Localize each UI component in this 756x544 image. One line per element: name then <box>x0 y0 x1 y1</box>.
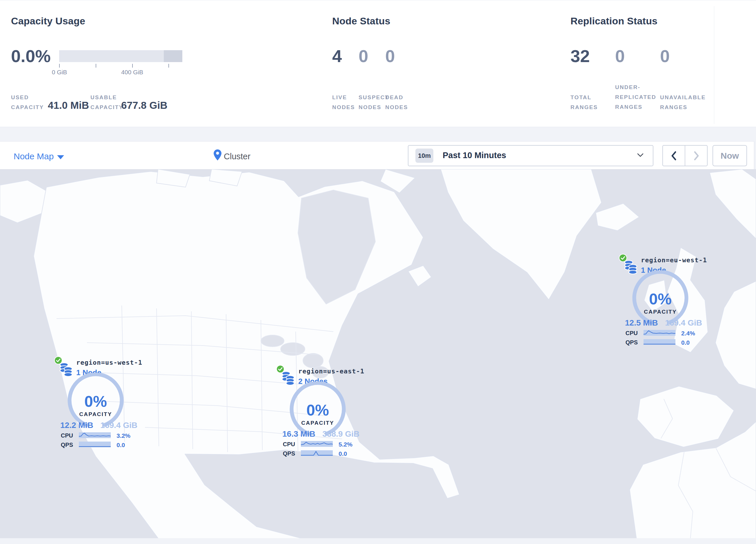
capacity-label: CAPACITY <box>67 411 125 418</box>
total-ranges-count: 32 <box>570 46 590 66</box>
used-capacity: 16.3 MiB <box>282 429 315 439</box>
map-toolbar: Node Map Cluster 10m Past 10 Minutes <box>0 141 754 169</box>
dead-nodes-count: 0 <box>385 46 395 66</box>
node-map-page: Capacity Usage 0.0% 0 GiB 400 GiB USED C… <box>0 0 756 544</box>
capacity-usage-percent: 0.0% <box>11 46 51 66</box>
usable-capacity-value: 677.8 GiB <box>121 99 168 111</box>
world-map[interactable] <box>0 169 756 538</box>
qps-row: QPS 0.0 <box>52 442 139 448</box>
cpu-row: CPU 3.2% <box>52 432 139 439</box>
qps-sparkline <box>79 442 111 447</box>
qps-label: QPS <box>274 450 295 457</box>
breadcrumb-cluster[interactable]: Cluster <box>224 152 250 161</box>
cpu-sparkline <box>79 432 111 438</box>
capacity-label: CAPACITY <box>631 309 689 315</box>
cpu-value: 2.4% <box>681 330 695 337</box>
live-nodes-label: LIVE NODES <box>332 92 360 112</box>
capacity-label: CAPACITY <box>289 420 347 426</box>
time-window-label: Past 10 Minutes <box>443 150 506 160</box>
qps-label: QPS <box>617 339 638 346</box>
axis-tick <box>132 64 133 68</box>
axis-tick <box>168 64 169 68</box>
time-range-selector[interactable]: 10m Past 10 Minutes <box>408 145 653 166</box>
capacity-percent: 0% <box>631 290 689 308</box>
cpu-row: CPU 5.2% <box>274 441 361 447</box>
region-marker-us-west-1[interactable]: region=us-west-1 1 Node 0% CAPACITY 12.2… <box>52 354 188 454</box>
region-marker-eu-west-1[interactable]: region=eu-west-1 1 Node 0% CAPACITY 12.5… <box>617 251 753 352</box>
capacity-usage-title: Capacity Usage <box>11 15 85 27</box>
summary-divider <box>714 6 714 124</box>
under-replicated-count: 0 <box>615 46 625 66</box>
used-capacity-value: 41.0 MiB <box>48 99 89 111</box>
cpu-label: CPU <box>617 330 638 337</box>
usable-capacity: 169.4 GiB <box>100 421 137 430</box>
capacity-usage-bar-reserved <box>164 50 182 62</box>
region-name: region=eu-west-1 <box>641 256 707 264</box>
total-ranges-label: TOTAL RANGES <box>570 92 604 112</box>
region-name: region=us-west-1 <box>76 359 142 366</box>
prev-time-button[interactable] <box>663 146 685 166</box>
qps-sparkline <box>644 339 675 345</box>
map-landmass-svg <box>0 169 756 538</box>
time-pager <box>662 145 708 166</box>
capacity-percent: 0% <box>67 392 125 410</box>
usable-capacity: 338.9 GiB <box>322 429 359 439</box>
unavailable-ranges-label: UNAVAILABLE RANGES <box>660 92 711 112</box>
cpu-label: CPU <box>52 432 73 439</box>
time-window-badge: 10m <box>415 148 433 163</box>
chevron-down-icon[interactable] <box>57 155 64 159</box>
suspect-nodes-count: 0 <box>359 46 368 66</box>
cpu-sparkline <box>301 441 333 447</box>
capacity-usage-bar <box>59 50 182 62</box>
axis-tick-label: 400 GiB <box>112 69 152 76</box>
cpu-value: 5.2% <box>339 441 352 448</box>
used-capacity-label: USED CAPACITY <box>11 92 47 112</box>
usable-capacity: 169.4 GiB <box>665 318 702 328</box>
axis-tick-label: 0 GiB <box>39 69 80 76</box>
qps-label: QPS <box>52 442 73 448</box>
region-marker-us-east-1[interactable]: region=us-east-1 2 Nodes 0% CAPACITY 16.… <box>274 363 410 463</box>
next-time-button[interactable] <box>685 146 707 166</box>
axis-tick <box>96 64 96 68</box>
unavailable-ranges-count: 0 <box>660 46 670 66</box>
replication-status-title: Replication Status <box>570 15 657 27</box>
cpu-sparkline <box>644 330 675 336</box>
axis-tick <box>59 64 60 68</box>
node-status-title: Node Status <box>332 15 390 27</box>
qps-value: 0.0 <box>339 450 347 457</box>
qps-value: 0.0 <box>117 442 125 449</box>
cpu-value: 3.2% <box>117 432 130 439</box>
used-capacity: 12.2 MiB <box>60 421 93 430</box>
capacity-percent: 0% <box>289 401 347 419</box>
region-name: region=us-east-1 <box>298 368 364 375</box>
qps-row: QPS 0.0 <box>274 450 361 457</box>
under-replicated-label: UNDER-REPLICATED RANGES <box>615 82 659 112</box>
cluster-summary-bar: Capacity Usage 0.0% 0 GiB 400 GiB USED C… <box>0 0 756 127</box>
view-selector-dropdown[interactable]: Node Map <box>14 151 54 161</box>
map-pin-icon <box>214 149 221 160</box>
now-button[interactable]: Now <box>713 145 747 166</box>
qps-value: 0.0 <box>681 339 690 346</box>
chevron-down-icon <box>637 153 644 157</box>
qps-row: QPS 0.0 <box>617 339 704 346</box>
dead-nodes-label: DEAD NODES <box>385 92 414 112</box>
used-capacity: 12.5 MiB <box>625 318 658 328</box>
live-nodes-count: 4 <box>332 46 342 66</box>
cpu-label: CPU <box>274 441 295 448</box>
qps-sparkline <box>301 450 333 456</box>
cpu-row: CPU 2.4% <box>617 330 704 336</box>
